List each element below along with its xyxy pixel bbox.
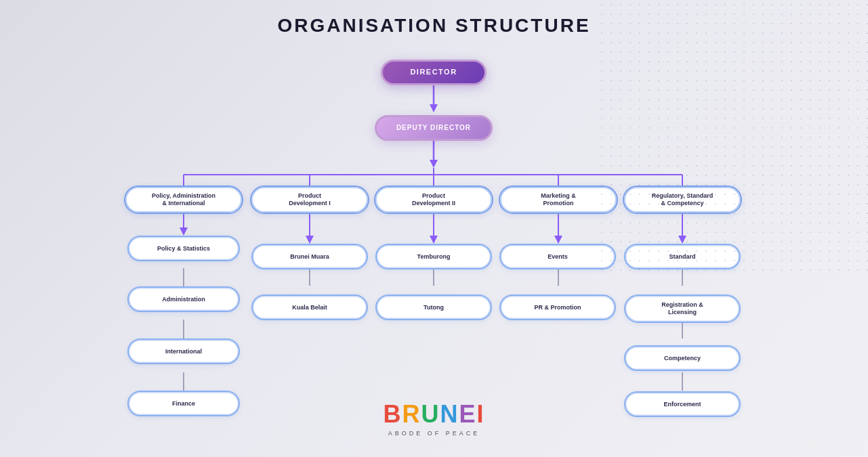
b4l1-node: Events <box>499 244 616 269</box>
svg-marker-3 <box>430 160 438 168</box>
brunei-logo: BRUNEI ABODE OF PEACE <box>383 400 484 437</box>
b5l3-node: Competency <box>624 345 741 371</box>
director-node: DIRECTOR <box>381 60 487 85</box>
branch3-node: Product Development II <box>374 186 493 214</box>
brunei-b: B <box>383 400 402 428</box>
b5l2-node: Registration & Licensing <box>624 295 741 323</box>
b1l3-node: International <box>127 339 240 364</box>
svg-marker-1 <box>430 104 438 112</box>
branch4-node: Marketing & Promotion <box>499 186 618 214</box>
svg-marker-11 <box>180 227 188 236</box>
svg-marker-19 <box>430 236 438 244</box>
brunei-text: BRUNEI <box>383 400 484 429</box>
brunei-e: E <box>459 400 476 428</box>
b3l2-node: Tutong <box>375 295 492 320</box>
brunei-n: N <box>440 400 459 428</box>
branch5-node: Regulatory, Standard & Competency <box>623 186 742 214</box>
page-title: ORGANISATION STRUCTURE <box>0 0 868 43</box>
b1l1-node: Policy & Statistics <box>127 236 240 261</box>
b3l1-node: Temburong <box>375 244 492 269</box>
b2l1-node: Brunei Muara <box>251 244 368 269</box>
brunei-subtitle: ABODE OF PEACE <box>383 430 484 437</box>
branch2-node: Product Development I <box>250 186 369 214</box>
b2l2-node: Kuala Belait <box>251 295 368 320</box>
brunei-i: I <box>477 400 485 428</box>
b5l4-node: Enforcement <box>624 391 741 417</box>
b4l2-node: PR & Promotion <box>499 295 616 320</box>
branch1-node: Policy, Administration & International <box>124 186 243 214</box>
brunei-u: U <box>421 400 440 428</box>
svg-marker-16 <box>306 236 314 244</box>
deputy-director-node: DEPUTY DIRECTOR <box>375 115 493 141</box>
b1l4-node: Finance <box>127 391 240 416</box>
svg-marker-25 <box>678 236 686 244</box>
brunei-r: R <box>402 400 421 428</box>
b1l2-node: Administration <box>127 286 240 312</box>
svg-marker-22 <box>554 236 562 244</box>
page: ORGANISATION STRUCTURE <box>0 0 868 457</box>
b5l1-node: Standard <box>624 244 741 269</box>
